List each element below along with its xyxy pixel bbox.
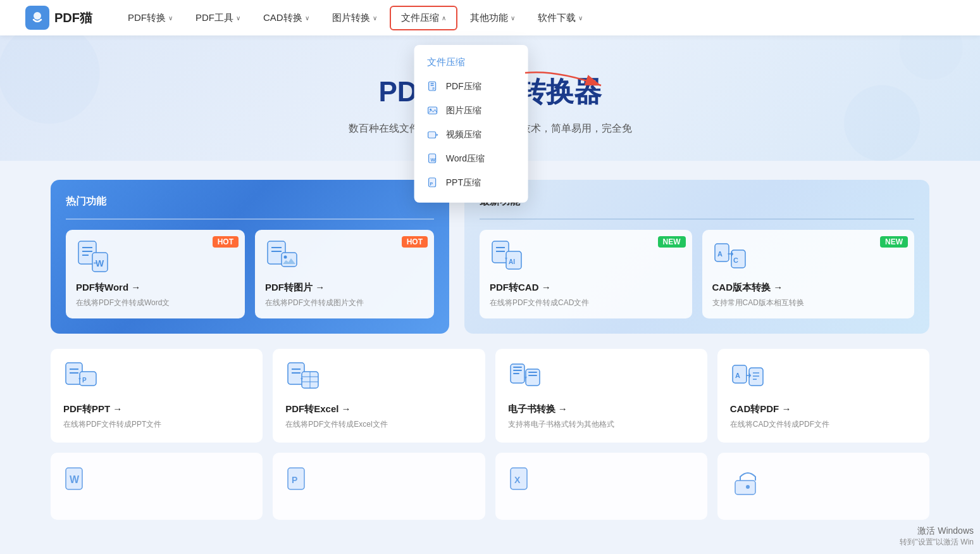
dropdown-title: 文件压缩 [414,53,528,75]
compress-dropdown: 文件压缩 P PDF压缩 [414,45,528,203]
grid-card-ebook-desc: 支持将电子书格式转为其他格式 [508,419,695,430]
new-card-cad-version[interactable]: NEW A C CAD版本转换 → 支持常用CAD版本相互转换 [702,230,915,318]
svg-text:P: P [82,377,87,384]
dropdown-item-word-compress[interactable]: W Word压缩 [414,147,528,171]
logo-icon [25,6,49,30]
ppt-compress-icon: P [427,177,440,189]
nav-item-other[interactable]: 其他功能 ∨ [460,7,525,29]
word-compress-icon: W [427,153,440,165]
grid-card-pdf-excel-desc: 在线将PDF文件转成Excel文件 [285,419,472,430]
svg-rect-3 [431,85,434,86]
main-content: 热门功能 HOT W [0,161,980,549]
hot-section-label: 热门功能 [66,195,434,208]
grid-card-pdf-excel[interactable]: PDF转Excel → 在线将PDF文件转成Excel文件 [273,349,485,443]
windows-activate-line2: 转到"设置"以激活 Win [900,537,974,548]
nav-item-file-compress[interactable]: 文件压缩 ∧ 文件压缩 P PDF压缩 [390,6,457,30]
hot-divider [66,218,434,220]
svg-text:P: P [430,182,433,186]
pdf-cad-icon: AI [490,240,525,275]
new-card-cad-version-title: CAD版本转换 → [712,282,905,294]
grid-card-ppt2[interactable]: P [273,453,485,520]
svg-rect-68 [735,481,755,494]
grid-card-ebook[interactable]: 电子书转换 → 支持将电子书格式转为其他格式 [495,349,707,443]
logo-text: PDF猫 [54,9,92,27]
ebook-grid-icon [508,362,543,397]
grid-card-pdf-excel-title: PDF转Excel → [285,403,472,415]
svg-rect-50 [513,367,522,368]
cad-version-icon: A C [712,240,748,275]
hot-badge-2: HOT [402,236,428,248]
grid-card-ebook-title: 电子书转换 → [508,403,695,415]
new-section-label: 最新功能 [480,195,914,208]
svg-rect-58 [749,368,763,386]
grid-card-pdf-ppt-title: PDF转PPT → [63,403,250,415]
cad-pdf-grid-icon: A [730,362,766,397]
svg-rect-2 [431,83,434,84]
svg-point-69 [746,485,750,489]
main-nav: PDF转换 ∨ PDF工具 ∨ CAD转换 ∨ 图片转换 ∨ 文件压缩 ∧ 文件… [118,6,955,30]
img-compress-icon [427,104,440,117]
dropdown-item-img-compress[interactable]: 图片压缩 [414,99,528,123]
svg-rect-55 [528,375,537,376]
nav-item-pdf-convert[interactable]: PDF转换 ∨ [118,7,183,29]
nav-item-img-convert[interactable]: 图片转换 ∨ [322,7,387,29]
grid-card-cad-pdf-title: CAD转PDF → [730,403,917,415]
grid-card-cad-pdf-desc: 在线将CAD文件转成PDF文件 [730,419,917,430]
svg-text:AI: AI [509,258,515,265]
word-grid-icon: W [63,465,99,501]
grid-card-lock[interactable] [717,453,929,520]
tools-grid: P PDF转PPT → 在线将PDF文件转成PPT文件 [51,349,929,443]
nav-item-download[interactable]: 软件下载 ∨ [528,7,593,29]
new-card-cad-version-desc: 支持常用CAD版本相互转换 [712,298,905,308]
new-badge-2: NEW [880,236,908,248]
lock-grid-icon [730,465,766,501]
pdf-img-icon [265,240,301,275]
hot-card-pdf-word-title: PDF转Word → [76,282,235,294]
grid-card-pdf-ppt[interactable]: P PDF转PPT → 在线将PDF文件转成PPT文件 [51,349,263,443]
tools-grid-2: W P X [51,453,929,520]
grid-card-excel2[interactable]: X [495,453,707,520]
hot-card-pdf-img-title: PDF转图片 → [265,282,424,294]
chevron-icon: ∧ [442,15,446,22]
new-card-pdf-cad[interactable]: NEW AI PDF转CAD → 在线将PDF文件转成CAD文件 [480,230,692,318]
ppt2-grid-icon: P [285,465,321,501]
grid-card-word[interactable]: W [51,453,263,520]
dropdown-item-video-compress[interactable]: 视频压缩 [414,123,528,147]
svg-point-27 [284,256,287,259]
pdf-excel-grid-icon [285,362,321,397]
video-compress-icon [427,129,440,141]
new-card-pdf-cad-desc: 在线将PDF文件转成CAD文件 [490,298,682,308]
windows-activate: 激活 Windows 转到"设置"以激活 Win [900,526,974,548]
logo[interactable]: PDF猫 [25,6,92,30]
svg-rect-7 [428,132,436,138]
hot-card-pdf-img[interactable]: HOT PDF转图片 → 在线将PDF文件转成图片文件 [255,230,434,318]
excel2-grid-icon: X [508,465,543,501]
chevron-icon: ∨ [305,15,309,22]
dropdown-item-pdf-compress[interactable]: P PDF压缩 [414,75,528,99]
hot-cards: HOT W PDF转Word → 在线将PDF文件转成W [66,230,434,318]
hot-card-pdf-word[interactable]: HOT W PDF转Word → 在线将PDF文件转成W [66,230,245,318]
hot-badge: HOT [213,236,239,248]
svg-text:P: P [292,475,297,485]
dropdown-item-ppt-compress[interactable]: P PPT压缩 [414,171,528,195]
hot-card-pdf-word-desc: 在线将PDF文件转成Word文 [76,298,235,308]
header: PDF猫 PDF转换 ∨ PDF工具 ∨ CAD转换 ∨ 图片转换 ∨ 文件压缩… [0,0,980,35]
grid-card-cad-pdf[interactable]: A CAD转PDF → 在线将CAD文件转成PDF文件 [717,349,929,443]
svg-text:X: X [514,475,521,485]
hot-section: 热门功能 HOT W [51,180,449,334]
new-divider [480,218,914,220]
svg-text:C: C [733,256,738,264]
svg-point-16 [900,35,963,80]
new-card-pdf-cad-title: PDF转CAD → [490,282,682,294]
svg-text:A: A [717,250,723,258]
svg-marker-8 [437,134,438,136]
svg-point-0 [34,12,41,20]
nav-item-cad-convert[interactable]: CAD转换 ∨ [253,7,319,29]
svg-rect-26 [282,253,297,267]
pdf-ppt-grid-icon: P [63,362,99,397]
featured-row: 热门功能 HOT W [51,180,929,334]
nav-item-pdf-tools[interactable]: PDF工具 ∨ [185,7,251,29]
grid-card-pdf-ppt-desc: 在线将PDF文件转成PPT文件 [63,419,250,430]
new-cards: NEW AI PDF转CAD → 在线将PDF文件转成CAD文件 [480,230,914,318]
svg-text:W: W [70,474,80,485]
